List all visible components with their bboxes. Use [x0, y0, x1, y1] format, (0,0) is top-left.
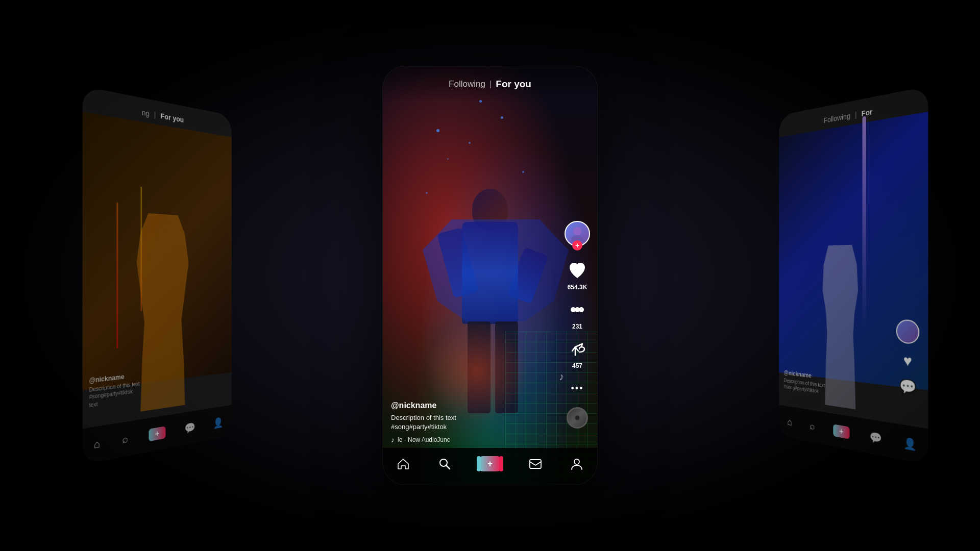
comment-action: 231 [566, 298, 589, 330]
nav-divider: | [489, 79, 492, 89]
ghost-left-nav-profile-icon: 👤 [213, 416, 223, 429]
video-username[interactable]: @nickname [391, 401, 556, 410]
ghost-right-comment-icon: 💬 [899, 378, 916, 396]
ghost-left-foryou: For you [160, 112, 184, 124]
ghost-left-nav-plus-btn: + [149, 426, 165, 441]
sparkle-dot-5 [522, 171, 524, 173]
home-icon [397, 457, 410, 470]
svg-line-6 [446, 465, 450, 469]
bottom-nav: + [383, 448, 597, 485]
ghost-left-nav-msg-icon: 💬 [185, 421, 195, 435]
sparkle-dot-7 [426, 192, 428, 194]
music-info: ♪ le - Now AudioJunc [391, 436, 556, 444]
ghost-right-heart-icon: ♥ [903, 352, 912, 370]
video-description: Description of this text #song#party#tik… [391, 413, 556, 432]
ghost-right-action-like: ♥ [903, 352, 912, 370]
share-button[interactable] [566, 337, 589, 361]
ghost-right-sidebar: ♥ 💬 [896, 319, 920, 397]
like-button[interactable] [566, 259, 589, 282]
ghost-left-following: ng [142, 108, 150, 118]
video-hashtags: #song#party#tiktok [391, 423, 447, 431]
svg-rect-7 [530, 460, 541, 468]
ghost-left-nav-search-icon: ⌕ [122, 433, 128, 446]
create-plus-button[interactable]: + [479, 456, 501, 471]
music-text: le - Now AudioJunc [398, 436, 450, 443]
svg-point-4 [579, 307, 584, 312]
main-phone: ♪ Following | For you + [383, 66, 597, 485]
bottom-content: @nickname Description of this text #song… [391, 401, 556, 444]
ghost-right-divider: | [855, 111, 856, 119]
more-button[interactable]: ••• [566, 377, 589, 400]
sparkle-dot-2 [469, 142, 471, 144]
ghost-phone-right: Following | For ♥ 💬 @nickname Descriptio… [779, 86, 928, 465]
content-wrapper: ng | For you @nickname Description of th… [0, 0, 980, 551]
music-disc-center [574, 415, 580, 421]
nav-home[interactable] [397, 457, 410, 470]
ghost-right-avatar [896, 319, 920, 345]
share-count: 457 [572, 362, 582, 369]
ghost-left-video [83, 112, 232, 390]
comment-count: 231 [572, 323, 582, 330]
like-count: 654.3K [568, 284, 587, 291]
nav-profile[interactable] [570, 457, 583, 470]
ghost-right-action-comment: 💬 [899, 378, 916, 396]
share-icon [568, 340, 586, 358]
ghost-left-nav-home-icon: ⌂ [94, 437, 101, 451]
nav-search[interactable] [438, 457, 451, 470]
nav-tabs: Following | For you [449, 79, 531, 90]
ghost-right-nav-msg-icon: 💬 [870, 430, 882, 445]
plus-icon: + [487, 459, 493, 469]
like-action: 654.3K [566, 259, 589, 291]
follow-plus-button[interactable]: + [572, 240, 582, 251]
ghost-right-nav-profile-icon: 👤 [903, 436, 917, 451]
inbox-icon [529, 457, 542, 470]
share-action: 457 [566, 337, 589, 369]
heart-icon [568, 261, 587, 280]
ghost-right-nav-search-icon: ⌕ [810, 420, 815, 432]
comment-icon [568, 300, 586, 319]
video-desc-text: Description of this text [391, 414, 456, 421]
ghost-right-figure [812, 244, 871, 412]
more-dots-icon: ••• [571, 383, 584, 394]
ghost-right-nav-home-icon: ⌂ [788, 416, 793, 428]
ghost-right-following: Following [824, 112, 850, 124]
nav-inbox[interactable] [529, 457, 542, 470]
tab-foryou[interactable]: For you [496, 79, 531, 90]
comment-button[interactable] [566, 298, 589, 321]
ghost-right-nav-plus-btn: + [833, 424, 849, 439]
creator-avatar-container: + [565, 221, 590, 246]
sidebar-actions: + 654.3K [565, 221, 590, 429]
search-icon [438, 457, 451, 470]
music-note-icon: ♪ [391, 436, 395, 444]
tab-following[interactable]: Following [449, 79, 485, 89]
ghost-phone-left: ng | For you @nickname Description of th… [83, 86, 232, 465]
music-note-icon: ♪ [559, 371, 564, 383]
svg-point-8 [574, 459, 579, 464]
ghost-left-divider: | [154, 111, 156, 119]
phone-header: Following | For you [383, 66, 597, 102]
ghost-left-bottom-nav: ⌂ ⌕ + 💬 👤 [83, 405, 232, 465]
sparkle-dot-1 [436, 129, 439, 132]
avatar-person-icon [570, 226, 585, 241]
svg-point-0 [573, 227, 581, 235]
music-disc[interactable] [567, 407, 588, 429]
ghost-left-figure [125, 212, 199, 414]
nav-create[interactable]: + [479, 456, 501, 471]
profile-icon [570, 457, 583, 470]
ghost-right-bottom-nav: ⌂ ⌕ + 💬 👤 [779, 405, 928, 465]
